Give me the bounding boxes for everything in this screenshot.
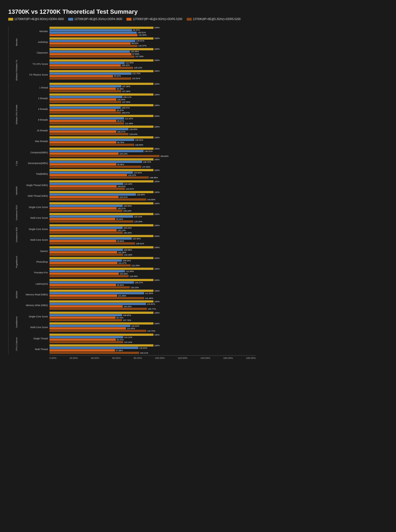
bar-fill [50,330,146,332]
bar-value-label: 100% [154,290,160,292]
bar-value-label: 100% [154,300,160,303]
bar-fill [50,339,116,341]
bar-value-label: 99.50% [117,284,124,286]
bar-line: 141.46% [50,297,256,299]
bar-line: 100% [50,59,256,62]
bars-container: 100%120.39%97.83%127.39% [50,48,256,58]
bar-line: 110.14% [50,341,256,343]
bar-value-label: 100% [154,126,160,128]
bar-value-label: 126.90% [135,144,143,146]
bar-fill [50,341,123,343]
bar-fill [50,207,117,209]
bar-fill [50,198,146,201]
bar-value-label: 99.76% [117,141,124,144]
bar-value-label: 122.90% [133,237,141,240]
bar-value-label: 112.56% [126,270,134,273]
bar-line: 107.36% [50,90,256,92]
bar-value-label: 99.80% [117,240,124,242]
bar-line: 116.12% [50,174,256,176]
bar-fill [50,210,122,212]
bar-fill [50,262,117,264]
bar-line: 100.05% [50,98,256,101]
row-label: Multi Thread [25,348,50,351]
bar-fill [50,286,130,289]
bar-value-label: 131.37% [138,45,147,47]
section-rows-8: Latency(ns)100%126.37%99.50%120.23%Memor… [25,279,256,311]
bar-value-label: 99.47% [117,339,123,341]
bar-line: 122.51% [50,77,256,80]
bar-line: 148.48% [50,176,256,179]
bar-value-label: 148.48% [150,176,158,179]
section-label-2: 3DMark CPU Profile [8,82,25,147]
bar-line: 132.84% [50,347,256,349]
row-label: Latency(ns) [25,282,50,285]
bar-value-label: 100% [154,59,160,62]
bar-line: 144.90% [50,198,256,201]
bar-value-label: 100.62% [117,185,126,188]
bar-fill [50,220,133,223]
bar-row: Decompress(MB/s)100%138.70%99.98%137.66% [25,158,256,168]
x-axis-label: 180.00% [246,357,256,359]
bar-value-label: 100% [154,268,160,270]
bar-row: Single-Core Score100%108.85%99.74%107.76… [25,311,256,322]
bar-row: Single Thread100%110.12%99.47%110.14% [25,333,256,344]
bar-row: Memory Write (MB/s)100%144.61%109.28%145… [25,300,256,311]
row-label: FS Physics Score [25,73,50,76]
section-1: 3DMark FSSMark TSTS CPU Score100%112.45%… [8,59,256,82]
bar-line: 99.47% [50,339,256,341]
bar-fill [50,166,141,168]
bar-value-label: 100% [154,26,160,29]
bar-row: 8 threads100%111.42%99.87%111.46% [25,115,256,125]
bar-line: 109.59% [50,205,256,207]
bar-line: 109.98% [50,249,256,251]
bar-fill [50,64,121,66]
bar-value-label: 97.83% [132,53,139,55]
bar-value-label: 103.31% [119,196,128,198]
legend-item-0: 12700KF(8P+4E@4.9GHz)+DDR4-3600 [8,18,64,21]
bar-line: 112.61% [50,188,256,190]
bar-fill [50,185,117,187]
bar-fill [50,224,153,226]
bar-fill [50,32,137,34]
bar-value-label: 98.03% [131,42,138,45]
bar-fill [50,349,115,351]
bar-row: Max threads100%126.94%99.76%126.90% [25,136,256,146]
bar-value-label: 99.47% [117,109,123,112]
legend-color [68,18,73,21]
legend: 12700KF(8P+4E@4.9GHz)+DDR4-360013700K(8P… [8,18,256,21]
bars-container: 100%112.45%106.32%125.12% [50,59,256,69]
bar-value-label: 110.18% [124,254,132,256]
bar-value-label: 100% [154,158,160,161]
bar-line: 140.51% [50,150,256,152]
bar-value-label: 100% [154,257,160,259]
bar-fill [50,98,116,101]
bar-value-label: 144.70% [147,330,155,332]
bar-value-label: 111.42% [125,117,133,120]
bar-line: 100% [50,83,256,85]
bar-value-label: 120.39% [131,50,139,53]
row-label: Classroom [25,51,50,54]
bars-container: 100%124.52%116.12%148.48% [50,169,256,179]
bar-line: 100% [50,290,256,292]
section-label-4: WinRAR [8,180,25,201]
bar-line: 100% [50,115,256,117]
row-label: Single-Core Score [25,206,50,209]
bar-fill [50,174,127,176]
bar-fill [50,40,135,42]
bar-line: 99.37% [50,29,256,31]
row-label: Single-Core Score [25,228,50,231]
bar-line: 110.18% [50,254,256,256]
bar-value-label: 108.85% [123,314,131,317]
row-label: Memory Write (MB/s) [25,304,50,307]
bar-line: 100% [50,70,256,72]
section-label-8: AIDA64 [8,279,25,311]
x-axis-label: 80.00% [134,357,142,359]
bar-line: 112.45% [50,62,256,64]
bar-value-label: 106.67% [122,112,130,114]
legend-item-2: 12700KF(8P+4E@4.9GHz)+DDR5-5200 [127,18,182,21]
bar-fill [50,29,132,31]
bars-container: 100%144.61%109.28%145.77% [50,300,256,310]
bar-value-label: 126.37% [135,281,143,284]
bar-fill [50,158,153,160]
bar-value-label: 164.84% [160,155,169,157]
